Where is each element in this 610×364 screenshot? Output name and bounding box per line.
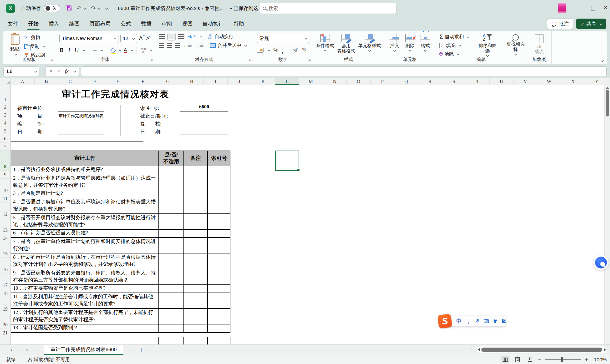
empty-cell[interactable] [159, 309, 184, 324]
empty-cell[interactable] [184, 214, 208, 229]
font-color-icon[interactable]: A [124, 47, 127, 53]
column-header-P[interactable]: P [371, 78, 394, 85]
fill-color-dropdown-icon[interactable] [119, 49, 121, 51]
empty-cell[interactable] [184, 269, 208, 285]
audit-table-row-14[interactable]: 6．审计计划是否经适当人员批准? [11, 230, 230, 238]
font-size-select[interactable]: 12 [120, 34, 137, 43]
percent-style-button[interactable]: % [273, 47, 278, 54]
format-as-table-button[interactable]: 套用 表格格式 [337, 34, 355, 54]
row-header-7[interactable]: 7 [0, 143, 11, 151]
confirm-entry-icon[interactable]: ✓ [57, 68, 61, 74]
row-header-17[interactable]: 17 [0, 273, 11, 289]
increase-decimal-button[interactable]: ←.0 .00 [292, 48, 298, 53]
name-box[interactable]: L8 [3, 66, 39, 76]
row-header-9[interactable]: 9 [0, 170, 11, 179]
ime-punctuation-icon[interactable]: ， [466, 320, 472, 322]
copy-button[interactable]: 复制 [24, 43, 45, 50]
cut-button[interactable]: ✂ 剪切 [24, 34, 45, 41]
audit-question-cell[interactable]: 13．审计范围是否受到限制？ [11, 325, 159, 332]
row-header-19[interactable]: 19 [0, 297, 11, 313]
phonetic-guide-icon[interactable]: wén 文 [141, 48, 146, 53]
orientation-dropdown-icon[interactable] [200, 36, 202, 38]
row-header-2[interactable]: 2 [0, 104, 11, 111]
insert-cells-button[interactable]: 插入 [390, 34, 399, 51]
excel-app-icon[interactable]: X [6, 4, 15, 13]
sort-filter-button[interactable]: A Z 排序和筛选 [477, 33, 498, 57]
close-button[interactable]: × [604, 4, 607, 11]
empty-cell[interactable] [208, 285, 230, 293]
next-sheet-icon[interactable]: › [23, 347, 30, 353]
empty-cell[interactable] [159, 285, 184, 293]
audit-table-row-9[interactable]: 1．是否执行业务承接或保持的相关程序? [11, 166, 230, 174]
insert-function-icon[interactable]: fx [65, 68, 69, 74]
empty-cell[interactable] [159, 253, 184, 269]
column-header-G[interactable]: G [156, 78, 180, 85]
menu-tab-6[interactable]: 数据 [141, 19, 152, 29]
row-header-10[interactable]: 10 [0, 179, 11, 195]
empty-cell[interactable] [184, 238, 208, 253]
audit-question-cell[interactable]: 2．是否就审计业务约定条款与管理层或治理层（如适用）达成一致意见，并签订审计业务… [11, 174, 159, 190]
search-input[interactable]: 搜索 [259, 3, 397, 14]
wrap-text-button[interactable]: ab c↩ 自动换行 [208, 33, 234, 40]
empty-cell[interactable] [159, 325, 184, 332]
empty-cell[interactable] [208, 253, 230, 269]
audit-question-cell[interactable]: 3．是否制定审计计划? [11, 190, 159, 198]
menu-tab-4[interactable]: 页面布局 [89, 19, 111, 29]
menu-tab-10[interactable]: 帮助 [233, 19, 245, 29]
vertical-scrollbar[interactable] [604, 85, 610, 344]
empty-cell[interactable] [159, 174, 184, 190]
audit-question-cell[interactable]: 5．是否召开项目组会议对财务报表存在重大错报的可能性进行讨论，包括舞弊导致错报的… [11, 214, 159, 229]
ime-keyboard-icon[interactable] [484, 319, 489, 324]
sheet-canvas[interactable]: 审计工作完成情况核对表 被审计单位: 项 目: 编 制: 日 期: 审计工作完成… [11, 85, 604, 344]
quick-access-chevron-icon[interactable] [105, 7, 108, 10]
bold-button[interactable]: B [59, 47, 64, 54]
empty-cell[interactable] [208, 293, 230, 308]
menu-tab-7[interactable]: 审阅 [161, 19, 172, 29]
empty-cell[interactable] [184, 293, 208, 308]
audit-question-cell[interactable]: 9．是否已获取所有必要的来自银行、律师、债权人、债务人、持有存货的第三方等外部机… [11, 269, 159, 285]
align-center-button[interactable] [167, 43, 172, 48]
zoom-in-button[interactable]: + [585, 356, 588, 363]
share-button[interactable]: ⇗ 共享 [576, 19, 606, 29]
scroll-up-icon[interactable] [606, 87, 609, 89]
zoom-level[interactable]: 100% [592, 357, 607, 363]
ime-chinese-mode-icon[interactable]: 中 [456, 318, 462, 324]
empty-cell[interactable] [184, 285, 208, 293]
row-header-4[interactable]: 4 [0, 119, 11, 127]
decrease-decimal-button[interactable]: .00 →.0 [301, 48, 306, 53]
increase-indent-button[interactable]: →☰ [195, 43, 204, 48]
prev-sheet-icon[interactable]: ‹ [8, 347, 15, 353]
fx-dropdown-icon[interactable] [74, 70, 76, 72]
empty-cell[interactable] [208, 230, 230, 237]
maximize-button[interactable] [591, 6, 595, 11]
borders-icon[interactable] [93, 48, 97, 53]
ime-mic-icon[interactable] [476, 318, 480, 324]
audit-table-row-21[interactable]: 13．审计范围是否受到限制？ [11, 325, 230, 333]
column-header-H[interactable]: H [180, 78, 204, 85]
row-header-20[interactable]: 20 [0, 313, 11, 329]
ime-skin-icon[interactable] [493, 318, 498, 324]
row-header-14[interactable]: 14 [0, 234, 11, 242]
tabbar-resize-handle-icon[interactable]: ⋮ [470, 349, 474, 351]
row-header-21[interactable]: 21 [0, 329, 11, 337]
column-header-B[interactable]: B [35, 78, 58, 85]
autosave-toggle[interactable]: 关 [44, 5, 60, 12]
column-header-Q[interactable]: Q [394, 78, 418, 85]
autosum-button[interactable]: Σ 自动求和 [439, 33, 474, 40]
zoom-slider[interactable] [545, 359, 581, 360]
delete-cells-button[interactable]: 删除 [405, 34, 415, 51]
copy-dropdown-icon[interactable] [43, 45, 45, 48]
empty-cell[interactable] [208, 190, 230, 198]
row-header-3[interactable]: 3 [0, 111, 11, 119]
page-break-view-button[interactable] [526, 356, 534, 363]
audit-question-cell[interactable]: 4．是否通过了解被审计单位及其环境识别和评估财务报表重大错报风险，包括舞弊风险? [11, 198, 159, 213]
orientation-button[interactable]: ab↗ [188, 34, 195, 39]
empty-cell[interactable] [159, 238, 184, 253]
empty-cell[interactable] [208, 325, 230, 332]
redo-dropdown-icon[interactable] [98, 7, 100, 10]
column-header-R[interactable]: R [418, 78, 442, 85]
accounting-dropdown-icon[interactable] [268, 49, 271, 52]
column-header-K[interactable]: K [251, 78, 275, 85]
row-header-15[interactable]: 15 [0, 242, 11, 258]
empty-cell[interactable] [159, 166, 184, 174]
